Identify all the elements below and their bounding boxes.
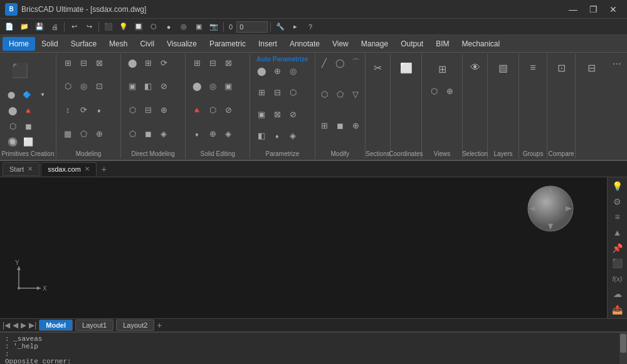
menu-insert[interactable]: Insert: [252, 37, 283, 51]
prim-s1[interactable]: ⬤: [5, 103, 20, 118]
tb-btn3[interactable]: 🔲: [132, 20, 145, 34]
tb-btn8[interactable]: 📷: [207, 20, 221, 34]
command-scrollbar[interactable]: [619, 333, 627, 364]
right-formula-btn[interactable]: f(x): [609, 272, 626, 285]
close-button[interactable]: ✕: [604, 3, 622, 16]
menu-parametric[interactable]: Parametric: [203, 37, 252, 51]
param-btn10[interactable]: ◧: [254, 128, 269, 143]
tb-btn6[interactable]: ◎: [177, 20, 191, 34]
model-btn7[interactable]: ↕: [60, 103, 75, 118]
box-button[interactable]: ⬛: [4, 55, 35, 86]
ribbon-overflow-btn[interactable]: ⋯: [609, 56, 624, 71]
sections-main[interactable]: ⬜: [394, 55, 419, 80]
help-button[interactable]: ?: [303, 20, 317, 34]
draw-btn4[interactable]: ⬡: [317, 86, 332, 101]
model-btn4[interactable]: ⬡: [60, 79, 75, 94]
model-btn2[interactable]: ⊟: [76, 55, 91, 70]
direct-btn8[interactable]: ⊟: [140, 103, 155, 118]
prim-s6[interactable]: ⬜: [21, 134, 36, 149]
layers-main[interactable]: ≡: [520, 55, 545, 80]
prim-s5[interactable]: 🔘: [5, 134, 20, 149]
coord-main[interactable]: ⊞: [428, 55, 456, 83]
solid-btn10[interactable]: ⬧: [189, 126, 204, 141]
layout-nav-next[interactable]: ▶: [21, 321, 26, 330]
model-btn9[interactable]: ⬧: [92, 103, 107, 118]
prim-btn2[interactable]: 🔷: [19, 87, 34, 102]
menu-mechanical[interactable]: Mechanical: [456, 37, 507, 51]
menu-annotate[interactable]: Annotate: [283, 37, 326, 51]
menu-mesh[interactable]: Mesh: [103, 37, 134, 51]
param-btn4[interactable]: ⊞: [254, 85, 269, 100]
direct-btn7[interactable]: ⬡: [125, 103, 140, 118]
layer-input[interactable]: [236, 21, 268, 33]
prim-btn1[interactable]: ⬤: [4, 87, 19, 102]
draw-btn2[interactable]: ◯: [332, 55, 347, 70]
model-btn1[interactable]: ⊞: [60, 55, 75, 70]
model-btn12[interactable]: ⊕: [92, 126, 107, 141]
model-btn10[interactable]: ▦: [60, 126, 75, 141]
direct-btn2[interactable]: ⊞: [140, 55, 155, 70]
param-btn1[interactable]: ⬤: [254, 63, 269, 78]
prim-down[interactable]: ▼: [35, 87, 50, 102]
model-btn3[interactable]: ⊠: [92, 55, 107, 70]
maximize-button[interactable]: ❐: [584, 3, 602, 16]
layout-nav-prev[interactable]: ◀: [13, 321, 18, 330]
add-layout-button[interactable]: +: [157, 320, 162, 330]
param-btn11[interactable]: ⬧: [270, 128, 285, 143]
right-settings-btn[interactable]: ⚙: [609, 195, 626, 209]
menu-manage[interactable]: Manage: [355, 37, 394, 51]
tab-ssdax[interactable]: ssdax.com ✕: [41, 162, 97, 176]
direct-btn5[interactable]: ◧: [140, 79, 155, 94]
select-main[interactable]: ▧: [491, 55, 516, 80]
model-btn5[interactable]: ◎: [76, 79, 91, 94]
solid-btn12[interactable]: ◈: [221, 126, 236, 141]
right-cloud-btn[interactable]: ☁: [609, 288, 626, 301]
solid-btn1[interactable]: ⊞: [189, 55, 204, 70]
param-btn6[interactable]: ⬡: [285, 85, 300, 100]
param-btn2[interactable]: ⊕: [270, 63, 285, 78]
model-btn6[interactable]: ⊡: [92, 79, 107, 94]
prim-s3[interactable]: ⬡: [5, 118, 20, 133]
groups-main[interactable]: ⊡: [549, 55, 574, 80]
modify-main[interactable]: ✂: [366, 55, 391, 80]
draw-btn6[interactable]: ▽: [348, 86, 363, 101]
direct-btn3[interactable]: ⟳: [156, 55, 171, 70]
layout-tab-layout1[interactable]: Layout1: [75, 320, 113, 331]
menu-output[interactable]: Output: [394, 37, 429, 51]
tab-start[interactable]: Start ✕: [3, 162, 40, 176]
direct-btn6[interactable]: ⊘: [156, 79, 171, 94]
coord-btn1[interactable]: ⬡: [427, 83, 442, 98]
new-button[interactable]: 📄: [3, 20, 16, 34]
minimize-button[interactable]: —: [564, 3, 582, 16]
param-btn9[interactable]: ⊘: [285, 107, 300, 122]
direct-btn12[interactable]: ◈: [156, 126, 171, 141]
solid-btn7[interactable]: 🔺: [189, 103, 204, 118]
prim-s4[interactable]: ◼: [21, 118, 36, 133]
direct-btn9[interactable]: ⊕: [156, 103, 171, 118]
solid-btn4[interactable]: ⬤: [189, 79, 204, 94]
param-btn5[interactable]: ⊟: [270, 85, 285, 100]
tab-start-close[interactable]: ✕: [28, 165, 33, 172]
layout-nav-prev-prev[interactable]: |◀: [3, 321, 10, 330]
tab-ssdax-close[interactable]: ✕: [85, 165, 90, 172]
solid-btn2[interactable]: ⊟: [205, 55, 220, 70]
coord-btn2[interactable]: ⊕: [443, 83, 458, 98]
navigation-cube[interactable]: [525, 184, 582, 240]
prim-s2[interactable]: 🔺: [21, 103, 36, 118]
redo-button[interactable]: ↪: [82, 20, 96, 34]
solid-btn9[interactable]: ⊘: [221, 103, 236, 118]
drawing-canvas[interactable]: X Y: [0, 177, 607, 318]
menu-solid[interactable]: Solid: [35, 37, 65, 51]
param-btn7[interactable]: ▣: [254, 107, 269, 122]
draw-btn9[interactable]: ⊕: [348, 118, 363, 133]
param-btn12[interactable]: ◈: [285, 128, 300, 143]
direct-btn11[interactable]: ◼: [140, 126, 155, 141]
solid-btn3[interactable]: ⊠: [221, 55, 236, 70]
tb-btn4[interactable]: ⬡: [147, 20, 161, 34]
compare-main[interactable]: ⊟: [579, 55, 604, 80]
solid-btn11[interactable]: ⊕: [205, 126, 220, 141]
tb-btn2[interactable]: 💡: [117, 20, 130, 34]
tb-tools[interactable]: 🔧: [273, 20, 287, 34]
save-button[interactable]: 💾: [33, 20, 46, 34]
right-views-btn[interactable]: ▲: [609, 226, 626, 239]
